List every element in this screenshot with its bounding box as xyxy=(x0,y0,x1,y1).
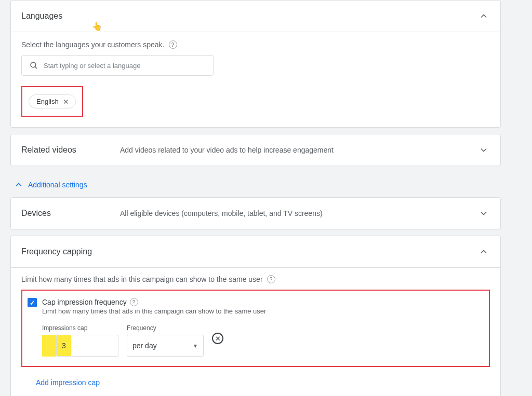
related-videos-card: Related videos Add videos related to you… xyxy=(10,134,501,166)
language-chip[interactable]: English ✕ xyxy=(29,94,76,108)
languages-help-text: Select the languages your customers spea… xyxy=(21,40,165,49)
highlight-marker xyxy=(42,335,56,357)
impressions-cap-input[interactable] xyxy=(56,335,118,357)
chevron-down-icon xyxy=(477,207,490,220)
languages-title: Languages xyxy=(21,11,120,21)
related-videos-header[interactable]: Related videos Add videos related to you… xyxy=(11,134,500,166)
cap-impression-sub: Limit how many times that ads in this ca… xyxy=(42,307,482,315)
chevron-up-icon xyxy=(12,179,25,191)
help-icon[interactable]: ? xyxy=(130,298,138,306)
impression-cap-highlight: Cap impression frequency ? Limit how man… xyxy=(21,290,490,367)
related-videos-title: Related videos xyxy=(21,145,120,155)
language-search-input[interactable] xyxy=(21,55,214,76)
chevron-up-icon xyxy=(477,10,490,22)
additional-settings-toggle[interactable]: Additional settings xyxy=(10,172,501,197)
cap-impression-label: Cap impression frequency xyxy=(42,298,127,306)
devices-card: Devices All eligible devices (computers,… xyxy=(10,197,501,229)
related-videos-desc: Add videos related to your video ads to … xyxy=(120,146,477,154)
languages-header[interactable]: Languages xyxy=(11,1,500,32)
frequency-label: Frequency xyxy=(127,324,204,332)
close-icon[interactable]: ✕ xyxy=(62,98,70,105)
frequency-capping-header[interactable]: Frequency capping xyxy=(11,236,500,268)
frequency-capping-card: Frequency capping Limit how many times t… xyxy=(10,236,501,396)
cap-impression-checkbox[interactable] xyxy=(28,298,37,307)
additional-settings-label: Additional settings xyxy=(28,181,87,189)
languages-card: Languages 👆 Select the languages your cu… xyxy=(10,0,501,128)
frequency-capping-title: Frequency capping xyxy=(21,247,120,256)
remove-cap-icon[interactable]: ✕ xyxy=(212,333,223,344)
chevron-down-icon xyxy=(477,144,490,156)
language-chip-highlight: English ✕ xyxy=(21,86,83,117)
devices-header[interactable]: Devices All eligible devices (computers,… xyxy=(11,198,500,229)
frequency-help-text: Limit how many times that ads in this ca… xyxy=(21,275,263,283)
svg-point-0 xyxy=(31,62,36,67)
help-icon[interactable]: ? xyxy=(169,40,177,49)
frequency-value: per day xyxy=(132,342,157,350)
search-icon xyxy=(29,61,38,70)
language-search-field[interactable] xyxy=(44,62,206,70)
frequency-select[interactable]: per day ▼ xyxy=(127,335,204,357)
devices-desc: All eligible devices (computers, mobile,… xyxy=(120,209,477,217)
impressions-cap-label: Impressions cap xyxy=(42,324,118,332)
dropdown-icon: ▼ xyxy=(193,343,198,349)
devices-title: Devices xyxy=(21,209,120,218)
help-icon[interactable]: ? xyxy=(267,275,275,283)
add-impression-cap-link[interactable]: Add impression cap xyxy=(36,378,490,387)
language-chip-label: English xyxy=(36,98,59,105)
svg-line-1 xyxy=(35,66,37,69)
chevron-up-icon xyxy=(477,245,490,258)
